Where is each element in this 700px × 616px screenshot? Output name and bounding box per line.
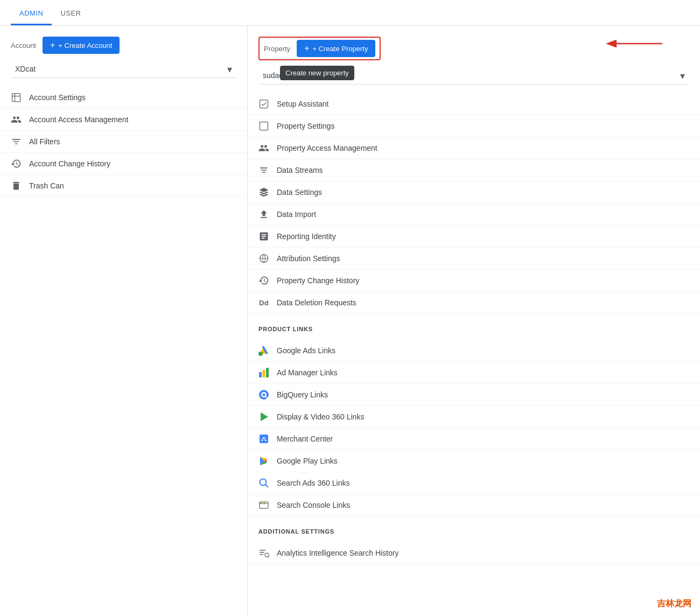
- menu-item-data-settings[interactable]: Data Settings: [248, 181, 700, 204]
- create-property-button[interactable]: + + Create Property: [297, 40, 375, 57]
- menu-item-ad-manager-links[interactable]: Ad Manager Links: [248, 362, 700, 384]
- search-ads-icon: [258, 478, 269, 488]
- svg-point-30: [264, 502, 265, 503]
- account-change-history-label: Account Change History: [29, 159, 110, 168]
- display-video-icon: [258, 411, 269, 422]
- property-dropdown-row: sudacharge ▾ Create new property: [248, 67, 700, 89]
- menu-item-google-ads-links[interactable]: Google Ads Links: [248, 340, 700, 362]
- data-import-label: Data Import: [277, 210, 316, 219]
- menu-item-all-filters[interactable]: All Filters: [0, 131, 247, 153]
- google-ads-icon: [258, 345, 269, 356]
- menu-item-account-settings[interactable]: Account Settings: [0, 87, 247, 109]
- filter-icon: [11, 136, 22, 147]
- google-ads-links-label: Google Ads Links: [277, 346, 335, 355]
- svg-rect-0: [12, 94, 20, 102]
- setup-assistant-label: Setup Assistant: [277, 100, 329, 108]
- bigquery-icon: [258, 389, 269, 400]
- watermark: 吉林龙网: [657, 598, 691, 610]
- menu-item-bigquery-links[interactable]: BigQuery Links: [248, 384, 700, 406]
- svg-rect-12: [266, 368, 269, 377]
- search-console-icon: [258, 500, 269, 510]
- main-container: Account + + Create Account XDcat ▾: [0, 26, 700, 616]
- property-highlight-box: Property + + Create Property: [258, 37, 381, 60]
- square-icon: [258, 121, 269, 131]
- check-square-icon: [258, 99, 269, 109]
- svg-point-15: [263, 394, 265, 396]
- svg-rect-32: [260, 552, 264, 553]
- additional-settings-title: ADDITIONAL SETTINGS: [248, 521, 700, 538]
- menu-item-account-access-management[interactable]: Account Access Management: [0, 109, 247, 131]
- analytics-search-icon: [258, 548, 269, 558]
- data-streams-label: Data Streams: [277, 166, 323, 174]
- data-deletion-requests-label: Data Deletion Requests: [277, 298, 356, 307]
- menu-item-setup-assistant[interactable]: Setup Assistant: [248, 93, 700, 115]
- property-settings-label: Property Settings: [277, 122, 334, 130]
- building-icon: [11, 92, 22, 103]
- menu-item-search-console-links[interactable]: Search Console Links: [248, 494, 700, 516]
- search-console-links-label: Search Console Links: [277, 501, 350, 509]
- plus-icon: +: [50, 40, 55, 50]
- property-label: Property: [264, 45, 290, 53]
- create-account-button[interactable]: + + Create Account: [43, 37, 120, 54]
- menu-item-property-settings[interactable]: Property Settings: [248, 115, 700, 137]
- menu-item-data-import[interactable]: Data Import: [248, 204, 700, 226]
- history2-icon: [258, 275, 269, 286]
- account-dropdown[interactable]: XDcat: [11, 60, 236, 78]
- analytics-intelligence-search-history-label: Analytics Intelligence Search History: [277, 549, 398, 557]
- menu-item-search-ads-360-links[interactable]: Search Ads 360 Links: [248, 472, 700, 494]
- google-play-icon: [258, 456, 269, 466]
- trash-icon: [11, 180, 22, 191]
- menu-item-display-video-360-links[interactable]: Display & Video 360 Links: [248, 406, 700, 428]
- trash-can-label: Trash Can: [29, 181, 64, 190]
- svg-rect-5: [260, 122, 268, 130]
- product-links-title: PRODUCT LINKS: [248, 318, 700, 335]
- ad-manager-icon: [258, 367, 269, 378]
- menu-item-property-access-management[interactable]: Property Access Management: [248, 137, 700, 159]
- attribution-settings-label: Attribution Settings: [277, 254, 340, 263]
- top-nav: ADMIN USER: [0, 0, 700, 26]
- svg-marker-17: [261, 412, 268, 421]
- menu-item-data-deletion-requests[interactable]: Dd Data Deletion Requests: [248, 292, 700, 314]
- upload-icon: [258, 209, 269, 220]
- additional-settings-menu: Analytics Intelligence Search History: [248, 538, 700, 569]
- create-account-label: + Create Account: [58, 41, 112, 50]
- display-video-360-links-label: Display & Video 360 Links: [277, 412, 364, 421]
- history-icon: [11, 158, 22, 169]
- svg-point-34: [265, 553, 269, 557]
- layers-icon: [258, 187, 269, 198]
- product-links-menu: Google Ads Links Ad Manager Links: [248, 335, 700, 521]
- left-panel: Account + + Create Account XDcat ▾: [0, 26, 248, 616]
- menu-item-attribution-settings[interactable]: Attribution Settings: [248, 248, 700, 270]
- menu-item-property-change-history[interactable]: Property Change History: [248, 270, 700, 292]
- svg-line-25: [265, 485, 268, 487]
- tab-user[interactable]: USER: [52, 2, 89, 25]
- account-settings-label: Account Settings: [29, 93, 86, 102]
- account-header: Account + + Create Account: [0, 37, 247, 60]
- right-panel: Property + + Create Property sudacharge …: [248, 26, 700, 616]
- dd-icon: Dd: [258, 297, 269, 308]
- menu-item-google-play-links[interactable]: Google Play Links: [248, 450, 700, 472]
- google-play-links-label: Google Play Links: [277, 457, 338, 465]
- menu-item-merchant-center[interactable]: Merchant Center: [248, 428, 700, 450]
- property-change-history-label: Property Change History: [277, 276, 359, 285]
- svg-rect-11: [263, 370, 265, 377]
- tab-admin[interactable]: ADMIN: [11, 2, 52, 25]
- menu-item-data-streams[interactable]: Data Streams: [248, 159, 700, 181]
- menu-item-account-change-history[interactable]: Account Change History: [0, 153, 247, 175]
- menu-item-analytics-intelligence-search-history[interactable]: Analytics Intelligence Search History: [248, 542, 700, 564]
- property-menu: Setup Assistant Property Settings Proper…: [248, 89, 700, 318]
- streams-icon: [258, 165, 269, 176]
- svg-rect-31: [260, 550, 265, 551]
- create-new-property-tooltip: Create new property: [280, 66, 354, 80]
- people2-icon: [258, 143, 269, 153]
- report-icon: [258, 231, 269, 242]
- svg-line-35: [268, 556, 269, 557]
- menu-item-reporting-identity[interactable]: Reporting Identity: [248, 226, 700, 248]
- menu-item-trash-can[interactable]: Trash Can: [0, 175, 247, 197]
- svg-point-28: [261, 502, 262, 503]
- merchant-center-label: Merchant Center: [277, 435, 333, 443]
- data-settings-label: Data Settings: [277, 188, 322, 197]
- search-ads-360-links-label: Search Ads 360 Links: [277, 479, 349, 487]
- plus-icon-property: +: [304, 44, 309, 53]
- svg-rect-10: [259, 372, 262, 377]
